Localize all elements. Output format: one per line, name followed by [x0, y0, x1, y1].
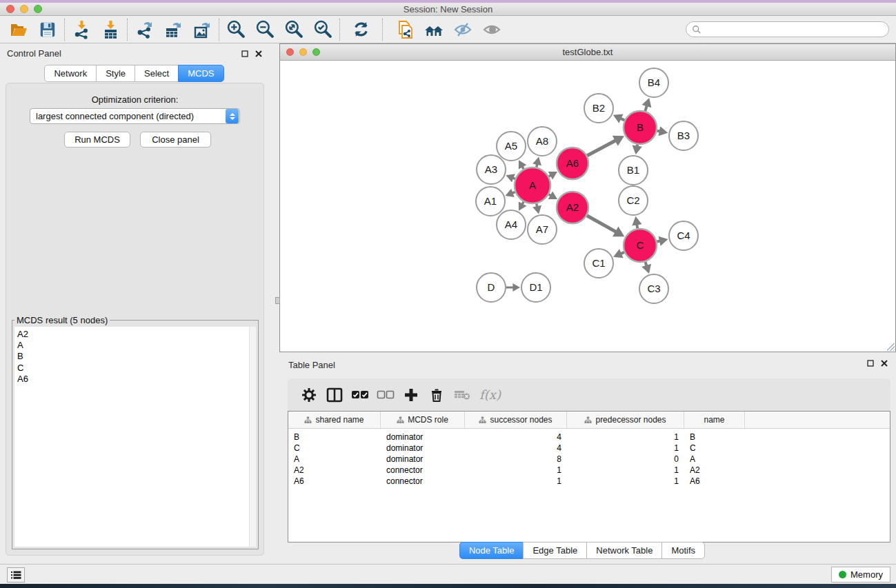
- network-graph[interactable]: B4B2BB3A5A8A6A3B1AA1C2A2A4A7CC4C1C3DD1: [280, 61, 895, 352]
- column-header-label: MCDS role: [408, 415, 448, 425]
- graph-edge-arrowhead: [532, 156, 541, 165]
- table-cell[interactable]: 0: [567, 454, 684, 464]
- network-resize-grip[interactable]: [887, 343, 895, 351]
- zoom-in-button[interactable]: [221, 17, 250, 43]
- column-header-successor-nodes[interactable]: successor nodes: [465, 412, 567, 428]
- tab-motifs[interactable]: Motifs: [661, 542, 705, 559]
- search-field[interactable]: [686, 21, 889, 37]
- graph-edge-A6-B[interactable]: [587, 140, 616, 155]
- table-cell[interactable]: A2: [288, 465, 381, 475]
- zoom-selected-button[interactable]: [308, 17, 337, 43]
- table-cell[interactable]: 1: [567, 465, 684, 475]
- close-table-panel-icon[interactable]: [879, 358, 889, 368]
- graph-edge-A2-C[interactable]: [587, 216, 617, 232]
- checked-boxes-icon: [351, 390, 369, 400]
- tab-edge-table[interactable]: Edge Table: [523, 542, 587, 559]
- clone-network-icon: [395, 20, 415, 39]
- table-cell[interactable]: 1: [567, 432, 684, 442]
- close-panel-button[interactable]: Close panel: [140, 132, 211, 148]
- delete-table-button[interactable]: [449, 382, 475, 407]
- memory-button[interactable]: Memory: [831, 567, 890, 582]
- clone-network-button[interactable]: [390, 17, 419, 43]
- table-cell[interactable]: A2: [684, 465, 745, 475]
- eye-slash-icon: [453, 20, 472, 39]
- main-toolbar: [0, 16, 896, 43]
- plus-icon: [404, 387, 419, 403]
- show-columns-button[interactable]: [321, 382, 347, 407]
- table-cell[interactable]: 4: [465, 443, 567, 453]
- table-cell[interactable]: C: [288, 443, 381, 453]
- task-history-button[interactable]: [7, 567, 25, 582]
- float-table-panel-icon[interactable]: [866, 358, 875, 368]
- table-cell[interactable]: connector: [381, 465, 465, 475]
- tab-mcds[interactable]: MCDS: [178, 65, 223, 82]
- graph-edge-arrowhead: [658, 236, 668, 246]
- tab-network-table[interactable]: Network Table: [586, 542, 662, 559]
- column-header-MCDS-role[interactable]: MCDS role: [381, 412, 465, 428]
- mcds-result-scrollbar[interactable]: [249, 327, 256, 547]
- show-all-button[interactable]: [477, 17, 506, 43]
- table-cell[interactable]: 8: [465, 454, 567, 464]
- table-row[interactable]: Cdominator41C: [288, 443, 890, 454]
- table-cell[interactable]: dominator: [381, 443, 465, 453]
- first-neighbors-button[interactable]: [419, 17, 448, 43]
- table-cell[interactable]: A6: [288, 476, 381, 486]
- search-input[interactable]: [701, 22, 888, 37]
- table-cell[interactable]: dominator: [381, 432, 465, 442]
- table-cell[interactable]: 1: [465, 465, 567, 475]
- import-table-button[interactable]: [96, 17, 125, 43]
- mcds-result-item[interactable]: A2: [14, 329, 249, 340]
- table-cell[interactable]: A: [288, 454, 381, 464]
- table-cell[interactable]: connector: [381, 476, 465, 486]
- table-cell[interactable]: 1: [567, 443, 684, 453]
- close-panel-icon[interactable]: [254, 49, 263, 59]
- tab-style[interactable]: Style: [96, 65, 135, 82]
- hide-selected-button[interactable]: [448, 17, 477, 43]
- import-network-button[interactable]: [67, 17, 96, 43]
- tab-node-table[interactable]: Node Table: [459, 542, 524, 559]
- table-cell[interactable]: A6: [684, 476, 745, 486]
- network-view-titlebar[interactable]: testGlobe.txt: [280, 44, 895, 61]
- table-cell[interactable]: A: [684, 454, 745, 464]
- save-session-button[interactable]: [33, 17, 62, 43]
- table-row[interactable]: Bdominator41B: [288, 432, 890, 443]
- column-type-icon: [304, 416, 312, 424]
- table-row[interactable]: A6connector11A6: [288, 476, 890, 487]
- run-mcds-button[interactable]: Run MCDS: [64, 132, 130, 148]
- deselect-all-button[interactable]: [372, 382, 398, 407]
- table-settings-button[interactable]: [296, 382, 321, 407]
- column-header-name[interactable]: name: [684, 412, 745, 428]
- table-cell[interactable]: B: [288, 432, 381, 442]
- table-cell[interactable]: dominator: [381, 454, 465, 464]
- select-all-button[interactable]: [347, 382, 372, 407]
- mcds-result-item[interactable]: A6: [14, 374, 249, 385]
- delete-column-button[interactable]: [424, 382, 449, 407]
- refresh-button[interactable]: [346, 17, 375, 43]
- float-panel-icon[interactable]: [240, 49, 250, 59]
- table-row[interactable]: A2connector11A2: [288, 465, 890, 476]
- table-cell[interactable]: 1: [465, 476, 567, 486]
- zoom-fit-button[interactable]: [279, 17, 308, 43]
- table-cell[interactable]: 4: [465, 432, 567, 442]
- column-header-shared-name[interactable]: shared name: [288, 412, 381, 428]
- vertical-splitter-handle[interactable]: [275, 297, 280, 304]
- mcds-result-item[interactable]: A: [14, 340, 249, 351]
- function-builder-button[interactable]: f(x): [477, 382, 503, 407]
- tab-network[interactable]: Network: [44, 65, 97, 82]
- tab-select[interactable]: Select: [135, 65, 179, 82]
- create-column-button[interactable]: [398, 382, 424, 407]
- mcds-result-item[interactable]: B: [14, 351, 249, 362]
- export-network-button[interactable]: [130, 17, 159, 43]
- table-row[interactable]: Adominator80A: [288, 454, 890, 465]
- export-image-button[interactable]: [188, 17, 217, 43]
- table-cell[interactable]: C: [684, 443, 745, 453]
- column-header-predecessor-nodes[interactable]: predecessor nodes: [567, 412, 684, 428]
- optimization-criterion-select[interactable]: largest connected component (directed): [30, 108, 240, 124]
- table-cell[interactable]: B: [684, 432, 745, 442]
- table-cell[interactable]: 1: [567, 476, 684, 486]
- mcds-result-item[interactable]: C: [14, 363, 249, 374]
- export-table-button[interactable]: [159, 17, 188, 43]
- toolbar-separator: [339, 19, 340, 41]
- zoom-out-button[interactable]: [250, 17, 279, 43]
- open-session-button[interactable]: [4, 17, 33, 43]
